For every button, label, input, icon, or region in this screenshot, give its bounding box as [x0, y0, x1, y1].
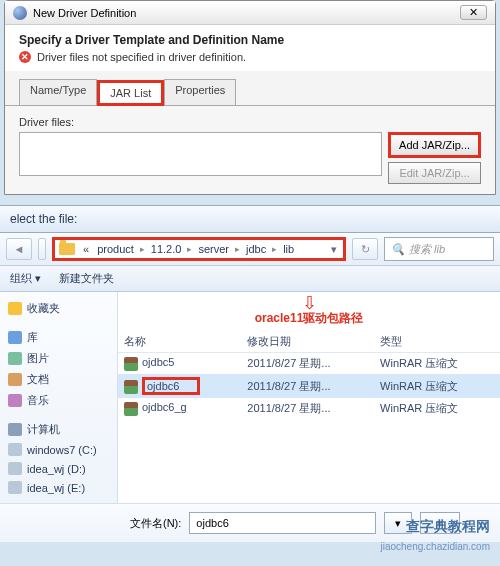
- col-name: 名称: [118, 331, 241, 353]
- sidebar: 收藏夹 库 图片 文档 音乐 计算机 windows7 (C:) idea_wj…: [0, 292, 118, 503]
- search-input[interactable]: 🔍 搜索 lib: [384, 237, 494, 261]
- sidebar-drive-c[interactable]: windows7 (C:): [4, 440, 113, 459]
- breadcrumb-dropdown-icon[interactable]: ▾: [325, 243, 343, 256]
- archive-icon: [124, 380, 138, 394]
- table-header[interactable]: 名称 修改日期 类型: [118, 331, 500, 353]
- sidebar-pictures[interactable]: 图片: [4, 348, 113, 369]
- toolbar: 组织 ▾ 新建文件夹: [0, 266, 500, 292]
- drive-icon: [8, 481, 22, 494]
- star-icon: [8, 302, 22, 315]
- tab-name-type[interactable]: Name/Type: [19, 79, 97, 105]
- col-date: 修改日期: [241, 331, 374, 353]
- error-text: Driver files not specified in driver def…: [37, 51, 246, 63]
- tab-panel: Driver files: Add JAR/Zip... Edit JAR/Zi…: [5, 106, 495, 194]
- drive-icon: [8, 462, 22, 475]
- archive-icon: [124, 402, 138, 416]
- sidebar-libraries[interactable]: 库: [4, 327, 113, 348]
- watermark: 查字典教程网: [406, 518, 490, 536]
- watermark-url: jiaocheng.chazidian.com: [380, 541, 490, 552]
- crumb-lib[interactable]: lib: [279, 243, 298, 255]
- back-button[interactable]: ◄: [6, 238, 32, 260]
- library-icon: [8, 331, 22, 344]
- crumb-jdbc[interactable]: jdbc: [242, 243, 270, 255]
- driver-files-label: Driver files:: [19, 116, 481, 128]
- search-placeholder: 搜索 lib: [409, 242, 445, 257]
- edit-jar-button: Edit JAR/Zip...: [388, 162, 481, 184]
- computer-icon: [8, 423, 22, 436]
- dialog-header: Specify a Driver Template and Definition…: [5, 25, 495, 71]
- sidebar-drive-d[interactable]: idea_wj (D:): [4, 459, 113, 478]
- file-row[interactable]: ojdbc6_g 2011/8/27 星期...WinRAR 压缩文: [118, 398, 500, 419]
- file-table: 名称 修改日期 类型 ojdbc5 2011/8/27 星期...WinRAR …: [118, 331, 500, 419]
- error-row: ✕ Driver files not specified in driver d…: [19, 51, 481, 63]
- pictures-icon: [8, 352, 22, 365]
- file-row-selected[interactable]: ojdbc6 2011/8/27 星期...WinRAR 压缩文: [118, 374, 500, 398]
- crumb-product[interactable]: product: [93, 243, 138, 255]
- dialog-title: New Driver Definition: [33, 7, 136, 19]
- new-folder-button[interactable]: 新建文件夹: [59, 271, 114, 286]
- refresh-button[interactable]: ↻: [352, 238, 378, 260]
- file-chooser-title: elect the file:: [0, 205, 500, 233]
- page-heading: Specify a Driver Template and Definition…: [19, 33, 481, 47]
- sidebar-music[interactable]: 音乐: [4, 390, 113, 411]
- tabs: Name/Type JAR List Properties: [5, 71, 495, 106]
- annotation-text: oracle11驱动包路径: [255, 311, 364, 325]
- tab-properties[interactable]: Properties: [164, 79, 236, 105]
- sidebar-drive-e[interactable]: idea_wj (E:): [4, 478, 113, 497]
- sidebar-favorites[interactable]: 收藏夹: [4, 298, 113, 319]
- breadcrumb[interactable]: « product▸ 11.2.0▸ server▸ jdbc▸ lib ▾: [52, 237, 346, 261]
- crumb-server[interactable]: server: [194, 243, 233, 255]
- file-row[interactable]: ojdbc5 2011/8/27 星期...WinRAR 压缩文: [118, 353, 500, 375]
- driver-definition-dialog: New Driver Definition ✕ Specify a Driver…: [4, 0, 496, 195]
- filename-input[interactable]: [189, 512, 376, 534]
- annotation: ⇩ oracle11驱动包路径: [118, 292, 500, 331]
- add-jar-button[interactable]: Add JAR/Zip...: [388, 132, 481, 158]
- sidebar-documents[interactable]: 文档: [4, 369, 113, 390]
- explorer-body: 收藏夹 库 图片 文档 音乐 计算机 windows7 (C:) idea_wj…: [0, 292, 500, 503]
- search-icon: 🔍: [391, 243, 405, 256]
- error-icon: ✕: [19, 51, 31, 63]
- col-type: 类型: [374, 331, 500, 353]
- crumb-pre[interactable]: «: [79, 243, 93, 255]
- app-icon: [13, 6, 27, 20]
- nav-row: ◄ « product▸ 11.2.0▸ server▸ jdbc▸ lib ▾…: [0, 233, 500, 266]
- file-chooser-dialog: elect the file: ◄ « product▸ 11.2.0▸ ser…: [0, 205, 500, 542]
- filename-label: 文件名(N):: [130, 516, 181, 531]
- file-pane: ⇩ oracle11驱动包路径 名称 修改日期 类型 ojdbc5 2011/8…: [118, 292, 500, 503]
- archive-icon: [124, 357, 138, 371]
- music-icon: [8, 394, 22, 407]
- forward-button[interactable]: [38, 238, 46, 260]
- folder-icon: [59, 243, 75, 255]
- sidebar-computer[interactable]: 计算机: [4, 419, 113, 440]
- organize-menu[interactable]: 组织 ▾: [10, 271, 41, 286]
- tab-jar-list[interactable]: JAR List: [97, 80, 164, 106]
- driver-files-list[interactable]: [19, 132, 382, 176]
- documents-icon: [8, 373, 22, 386]
- drive-icon: [8, 443, 22, 456]
- close-button[interactable]: ✕: [460, 5, 487, 20]
- arrow-down-icon: ⇩: [122, 296, 496, 310]
- crumb-version[interactable]: 11.2.0: [147, 243, 186, 255]
- dialog-titlebar: New Driver Definition ✕: [5, 1, 495, 25]
